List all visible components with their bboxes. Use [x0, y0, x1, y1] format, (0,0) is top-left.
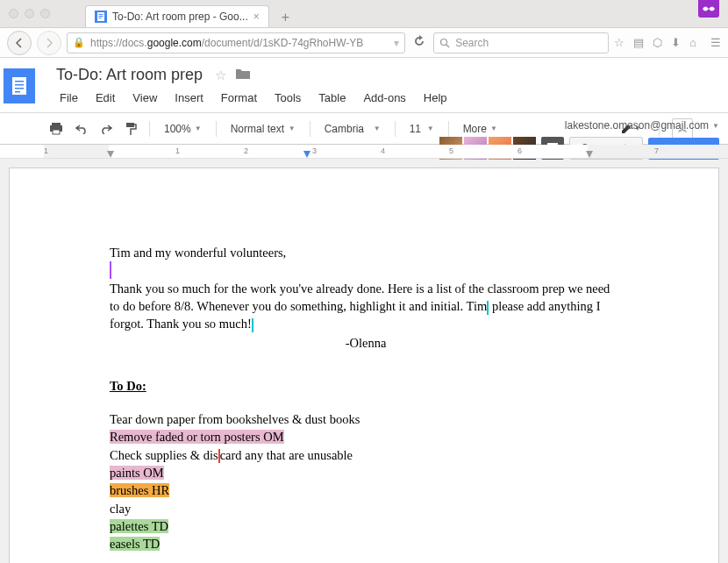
search-placeholder: Search: [455, 37, 489, 49]
todo-item[interactable]: easels TD: [110, 535, 622, 552]
svg-rect-9: [15, 88, 24, 89]
forward-button[interactable]: [37, 31, 61, 55]
svg-rect-8: [15, 84, 24, 86]
document-canvas[interactable]: Tim and my wonderful volunteers, Thank y…: [0, 159, 728, 563]
zoom-dropdown[interactable]: 100%▼: [157, 119, 209, 139]
font-family-dropdown[interactable]: Cambria▼: [318, 119, 388, 139]
bookmark-star-icon[interactable]: ☆: [614, 36, 625, 49]
svg-line-5: [446, 45, 449, 47]
docs-logo-icon: [4, 68, 35, 103]
menu-help[interactable]: Help: [417, 89, 454, 107]
url-text: https://docs.google.com/document/d/1sKD-…: [90, 37, 363, 49]
right-indent-marker[interactable]: [586, 151, 593, 158]
downloads-icon[interactable]: ⬇: [671, 36, 681, 49]
menu-edit[interactable]: Edit: [89, 89, 122, 107]
menu-bar: File Edit View Insert Format Tools Table…: [53, 89, 728, 107]
extension-badge[interactable]: [698, 0, 719, 18]
tab-close-icon[interactable]: ×: [253, 11, 260, 23]
doc-signature[interactable]: -Olenna: [110, 334, 622, 352]
todo-item[interactable]: clay: [110, 500, 622, 517]
toolbar-icons: ☆ ▤ ⬡ ⬇ ⌂ ☰: [614, 36, 721, 49]
svg-point-4: [441, 39, 447, 45]
url-dropdown-icon[interactable]: ▾: [394, 37, 399, 49]
menu-addons[interactable]: Add-ons: [356, 89, 412, 107]
left-indent-marker[interactable]: [107, 151, 114, 158]
todo-item[interactable]: brushes HR: [110, 481, 622, 499]
hamburger-menu-icon[interactable]: ☰: [710, 36, 721, 49]
home-icon[interactable]: ⌂: [689, 36, 696, 49]
print-button[interactable]: [44, 118, 68, 140]
star-icon[interactable]: ☆: [215, 68, 226, 83]
todo-item[interactable]: paints OM: [110, 464, 622, 481]
menu-insert[interactable]: Insert: [168, 89, 211, 107]
move-folder-icon[interactable]: [235, 68, 251, 83]
maximize-window-button[interactable]: [40, 9, 50, 18]
menu-tools[interactable]: Tools: [268, 89, 308, 107]
doc-paragraph[interactable]: Thank you so much for the work you've al…: [110, 280, 622, 333]
horizontal-ruler[interactable]: 1 1 2 3 4 5 6 7: [0, 145, 728, 159]
window-controls: [9, 9, 50, 18]
paragraph-style-dropdown[interactable]: Normal text▼: [224, 119, 303, 139]
svg-rect-15: [126, 123, 134, 127]
collaborator-cursor-cyan: [487, 301, 489, 315]
search-box[interactable]: Search: [433, 32, 609, 53]
menu-format[interactable]: Format: [214, 89, 264, 107]
address-toolbar: 🔒 https://docs.google.com/document/d/1sK…: [0, 28, 728, 58]
browser-tab[interactable]: To-Do: Art room prep - Goo... ×: [85, 5, 269, 27]
collaborator-cursor-purple: [110, 265, 111, 279]
collaborator-cursor-red: [218, 449, 220, 463]
search-icon: [439, 38, 450, 48]
reader-icon[interactable]: ▤: [633, 36, 644, 49]
docs-header: To-Do: Art room prep ☆ File Edit View In…: [0, 58, 728, 113]
lock-icon: 🔒: [73, 37, 85, 48]
svg-rect-10: [15, 91, 20, 93]
todo-item[interactable]: Tear down paper from bookshelves & dust …: [110, 410, 622, 428]
svg-rect-2: [99, 16, 103, 17]
chevron-down-icon: ▼: [712, 122, 719, 130]
todo-heading[interactable]: To Do:: [110, 377, 622, 395]
svg-rect-1: [99, 14, 103, 15]
tab-title: To-Do: Art room prep - Goo...: [112, 11, 248, 23]
menu-table[interactable]: Table: [311, 89, 353, 107]
document-page[interactable]: Tim and my wonderful volunteers, Thank y…: [9, 167, 719, 563]
new-tab-button[interactable]: +: [276, 8, 295, 27]
svg-rect-3: [99, 18, 102, 18]
back-button[interactable]: [7, 31, 32, 55]
reload-button[interactable]: [410, 35, 428, 50]
todo-item[interactable]: Check supplies & discard any that are un…: [110, 446, 622, 464]
url-bar[interactable]: 🔒 https://docs.google.com/document/d/1sK…: [67, 32, 405, 53]
font-size-dropdown[interactable]: 11▼: [403, 119, 441, 139]
minimize-window-button[interactable]: [25, 9, 34, 18]
collaborator-cursor-cyan: [252, 318, 253, 332]
browser-tab-strip: To-Do: Art room prep - Goo... × +: [0, 0, 728, 28]
undo-button[interactable]: [70, 118, 93, 140]
close-window-button[interactable]: [9, 9, 18, 18]
menu-view[interactable]: View: [125, 89, 164, 107]
menu-file[interactable]: File: [53, 89, 85, 107]
document-title[interactable]: To-Do: Art room prep: [53, 65, 206, 85]
doc-paragraph[interactable]: Tim and my wonderful volunteers,: [110, 244, 622, 261]
todo-item[interactable]: Remove faded or torn posters OM: [110, 428, 622, 445]
svg-rect-7: [15, 81, 24, 82]
todo-item[interactable]: palettes TD: [110, 517, 622, 535]
account-menu[interactable]: lakestone.omason@gmail.com ▼: [565, 119, 719, 132]
svg-rect-14: [53, 130, 60, 134]
redo-button[interactable]: [95, 118, 118, 140]
svg-rect-12: [52, 123, 61, 125]
tab-stop-marker[interactable]: [303, 151, 310, 158]
pocket-icon[interactable]: ⬡: [653, 36, 662, 49]
user-email-text: lakestone.omason@gmail.com: [565, 119, 709, 132]
docs-favicon: [95, 11, 107, 23]
paint-format-button[interactable]: [119, 118, 142, 140]
docs-home-button[interactable]: [0, 63, 39, 112]
